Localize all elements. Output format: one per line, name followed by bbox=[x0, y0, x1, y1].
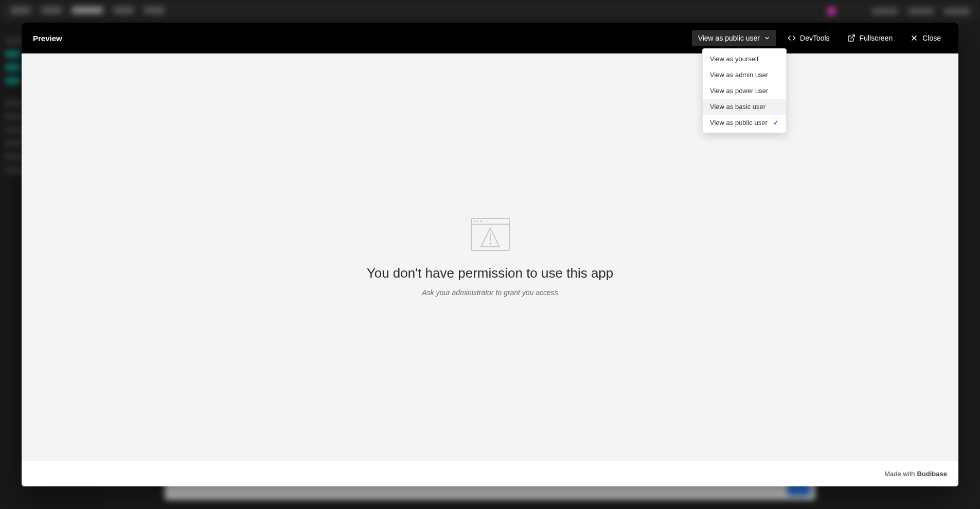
code-icon bbox=[788, 34, 796, 42]
view-as-option-label: View as basic user bbox=[710, 103, 765, 111]
modal-body: You don't have permission to use this ap… bbox=[22, 53, 958, 461]
view-as-option-label: View as power user bbox=[710, 87, 768, 95]
preview-modal: Preview View as public user DevTools Ful… bbox=[22, 23, 958, 486]
modal-header: Preview View as public user DevTools Ful… bbox=[22, 23, 958, 53]
close-button[interactable]: Close bbox=[904, 30, 947, 46]
view-as-option-label: View as public user bbox=[710, 119, 768, 126]
view-as-dropdown-menu: View as yourselfView as admin userView a… bbox=[702, 48, 787, 133]
svg-line-0 bbox=[850, 35, 854, 39]
svg-point-6 bbox=[477, 221, 478, 222]
view-as-option[interactable]: View as public user✓ bbox=[703, 115, 786, 131]
close-icon bbox=[910, 34, 918, 42]
devtools-label: DevTools bbox=[800, 34, 830, 42]
view-as-option[interactable]: View as basic user bbox=[703, 99, 786, 115]
svg-point-5 bbox=[474, 221, 475, 222]
chevron-down-icon bbox=[764, 35, 770, 41]
footer-prefix: Made with bbox=[884, 470, 915, 478]
external-link-icon bbox=[847, 34, 856, 42]
close-label: Close bbox=[922, 34, 941, 42]
no-access-illustration bbox=[471, 218, 510, 251]
view-as-label: View as public user bbox=[698, 34, 760, 42]
svg-point-7 bbox=[480, 221, 482, 222]
fullscreen-button[interactable]: Fullscreen bbox=[841, 30, 899, 46]
no-access-subtitle: Ask your administrator to grant you acce… bbox=[422, 288, 558, 297]
footer-brand: Budibase bbox=[917, 470, 947, 478]
svg-point-9 bbox=[489, 243, 491, 244]
modal-footer: Made with Budibase bbox=[22, 461, 958, 486]
view-as-option[interactable]: View as yourself bbox=[703, 51, 786, 67]
modal-title: Preview bbox=[33, 34, 62, 43]
fullscreen-label: Fullscreen bbox=[860, 34, 893, 42]
view-as-option-label: View as yourself bbox=[710, 55, 758, 63]
no-access-title: You don't have permission to use this ap… bbox=[367, 265, 614, 281]
check-icon: ✓ bbox=[773, 119, 779, 126]
view-as-dropdown-button[interactable]: View as public user bbox=[692, 30, 776, 46]
view-as-option-label: View as admin user bbox=[710, 71, 768, 79]
devtools-button[interactable]: DevTools bbox=[781, 30, 836, 46]
view-as-option[interactable]: View as admin user bbox=[703, 67, 786, 83]
header-actions: View as public user DevTools Fullscreen … bbox=[692, 30, 947, 46]
view-as-option[interactable]: View as power user bbox=[703, 83, 786, 99]
